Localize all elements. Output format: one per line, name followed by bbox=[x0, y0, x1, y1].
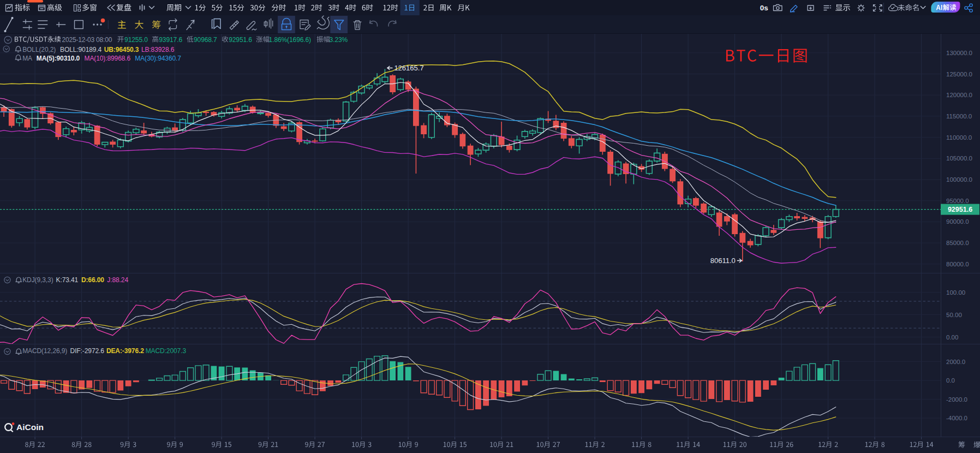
svg-text:126165.7: 126165.7 bbox=[394, 64, 423, 72]
svg-text:100.00: 100.00 bbox=[946, 289, 965, 296]
svg-text:120000.0: 120000.0 bbox=[946, 92, 972, 98]
svg-text:LB:83928.6: LB:83928.6 bbox=[141, 46, 175, 53]
svg-text:80611.0: 80611.0 bbox=[710, 257, 736, 265]
svg-text:110000.0: 110000.0 bbox=[946, 134, 972, 141]
svg-text:95000.0: 95000.0 bbox=[946, 198, 969, 204]
svg-text:0s: 0s bbox=[760, 4, 768, 12]
svg-text:J:88.24: J:88.24 bbox=[107, 276, 128, 284]
svg-text:125000.0: 125000.0 bbox=[946, 71, 972, 78]
svg-text:50.00: 50.00 bbox=[946, 312, 962, 318]
svg-text:91255.0: 91255.0 bbox=[124, 36, 148, 44]
svg-text:-4000.0: -4000.0 bbox=[946, 415, 967, 421]
svg-text:BOLL:90189.4: BOLL:90189.4 bbox=[60, 46, 102, 53]
svg-text:BOLL(20,2): BOLL(20,2) bbox=[22, 46, 56, 53]
svg-text:3.23%: 3.23% bbox=[330, 36, 348, 44]
svg-text:105000.0: 105000.0 bbox=[946, 155, 972, 162]
svg-text:MA(30):94360.7: MA(30):94360.7 bbox=[135, 55, 181, 62]
svg-text:DIF:-2972.6: DIF:-2972.6 bbox=[70, 347, 105, 355]
svg-text:MA(10):89968.6: MA(10):89968.6 bbox=[85, 55, 131, 62]
svg-text:K:73.41: K:73.41 bbox=[56, 276, 79, 284]
svg-text:92951.6: 92951.6 bbox=[229, 36, 252, 44]
svg-text:2000.0: 2000.0 bbox=[946, 359, 965, 365]
svg-text:MACD(12,26,9): MACD(12,26,9) bbox=[22, 347, 67, 355]
svg-text:115000.0: 115000.0 bbox=[946, 113, 972, 120]
svg-text:90968.7: 90968.7 bbox=[194, 36, 217, 44]
svg-text:D:66.00: D:66.00 bbox=[81, 276, 104, 284]
svg-text:85000.0: 85000.0 bbox=[946, 240, 969, 246]
svg-text:MA: MA bbox=[22, 55, 32, 62]
svg-text:AiCoin: AiCoin bbox=[16, 422, 44, 432]
svg-text:DEA:-3976.2: DEA:-3976.2 bbox=[106, 347, 144, 355]
svg-text:92951.6: 92951.6 bbox=[948, 206, 972, 213]
svg-text:UB:96450.3: UB:96450.3 bbox=[104, 46, 139, 53]
svg-text:1.86%(1696.6): 1.86%(1696.6) bbox=[269, 36, 312, 44]
svg-text:100000.0: 100000.0 bbox=[946, 176, 972, 183]
svg-text:0.0: 0.0 bbox=[946, 377, 955, 384]
svg-text:MACD:2007.3: MACD:2007.3 bbox=[146, 347, 187, 355]
svg-text:2025-12-03 08:00: 2025-12-03 08:00 bbox=[62, 36, 112, 44]
svg-text:80000.0: 80000.0 bbox=[946, 261, 969, 267]
svg-text:130000.0: 130000.0 bbox=[946, 50, 972, 56]
svg-text:-2000.0: -2000.0 bbox=[946, 396, 967, 403]
svg-text:90000.0: 90000.0 bbox=[946, 218, 969, 225]
svg-text:KDJ(9,3,3): KDJ(9,3,3) bbox=[22, 276, 53, 284]
svg-text:MA(5):90310.0: MA(5):90310.0 bbox=[37, 55, 80, 62]
svg-text:0.00: 0.00 bbox=[946, 334, 958, 341]
svg-text:93917.6: 93917.6 bbox=[159, 36, 182, 44]
